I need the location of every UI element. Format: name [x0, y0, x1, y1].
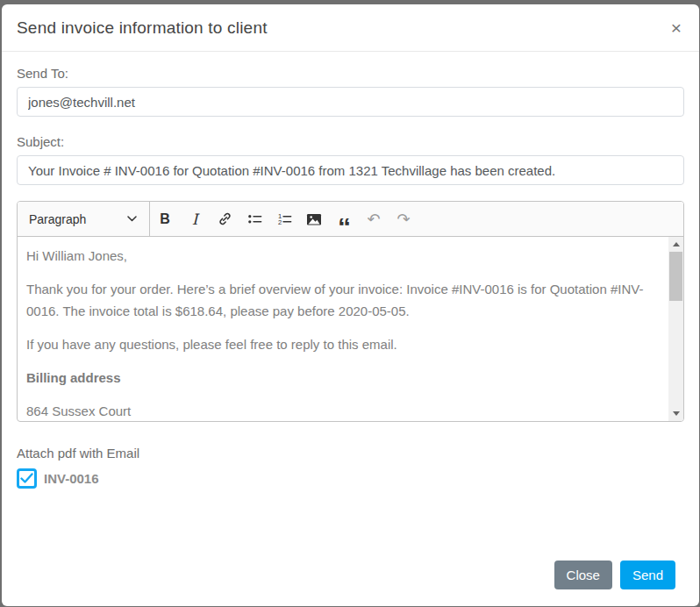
attachment-checkbox[interactable]: [17, 468, 37, 489]
italic-button[interactable]: I: [180, 202, 210, 236]
chevron-down-icon: [127, 216, 137, 222]
undo-icon: ↶: [367, 210, 380, 228]
block-quote-button[interactable]: “: [329, 202, 359, 236]
numbered-list-button[interactable]: 1 2: [269, 202, 299, 236]
editor-content[interactable]: Hi William Jones, Thank you for your ord…: [18, 237, 668, 421]
close-icon[interactable]: ×: [671, 18, 682, 37]
insert-image-button[interactable]: [299, 202, 329, 236]
email-greeting: Hi William Jones,: [26, 245, 661, 267]
attachment-checkbox-label: INV-0016: [44, 471, 99, 486]
image-icon: [305, 211, 323, 228]
italic-icon: I: [192, 211, 198, 228]
modal-footer: Close Send: [2, 561, 699, 606]
editor-scrollbar[interactable]: [668, 237, 683, 421]
send-to-input[interactable]: [17, 87, 684, 117]
redo-icon: ↷: [396, 210, 410, 228]
scroll-up-arrow-icon[interactable]: [668, 237, 683, 252]
email-questions-line: If you have any questions, please feel f…: [26, 333, 661, 355]
send-to-label: Send To:: [17, 66, 684, 81]
email-order-overview: Thank you for your order. Here’s a brief…: [26, 278, 661, 322]
paragraph-style-label: Paragraph: [29, 212, 86, 226]
numbered-list-icon: 1 2: [276, 211, 293, 227]
modal-title: Send invoice information to client: [17, 18, 268, 38]
send-invoice-modal: Send invoice information to client × Sen…: [2, 4, 699, 606]
checkmark-icon: [20, 473, 33, 484]
attach-pdf-label: Attach pdf with Email: [17, 446, 684, 461]
send-button[interactable]: Send: [620, 561, 675, 589]
close-button[interactable]: Close: [554, 561, 612, 589]
modal-body: Send To: Subject: Paragraph B: [2, 52, 699, 561]
bulleted-list-button[interactable]: [239, 202, 269, 236]
undo-button[interactable]: ↶: [359, 202, 389, 236]
email-billing-heading: Billing address: [26, 367, 661, 389]
send-to-field: Send To:: [17, 66, 684, 117]
paragraph-style-dropdown[interactable]: Paragraph: [18, 202, 149, 236]
attachment-checkbox-row: INV-0016: [17, 468, 684, 489]
scroll-down-arrow-icon[interactable]: [668, 406, 683, 421]
subject-label: Subject:: [17, 134, 684, 149]
link-icon: [217, 211, 233, 227]
email-address-line: 864 Sussex Court: [26, 400, 661, 421]
subject-input[interactable]: [17, 155, 684, 185]
rich-text-editor: Paragraph B I: [17, 201, 684, 422]
subject-field: Subject:: [17, 134, 684, 185]
svg-text:2: 2: [277, 218, 281, 226]
bold-button[interactable]: B: [150, 202, 180, 236]
bold-icon: B: [160, 211, 170, 227]
scrollbar-thumb[interactable]: [669, 252, 682, 301]
editor-toolbar: Paragraph B I: [18, 202, 683, 237]
editor-content-wrap: Hi William Jones, Thank you for your ord…: [18, 237, 683, 421]
bulleted-list-icon: [246, 211, 263, 227]
modal-header: Send invoice information to client ×: [2, 4, 699, 52]
link-button[interactable]: [210, 202, 239, 236]
redo-button[interactable]: ↷: [389, 202, 418, 236]
